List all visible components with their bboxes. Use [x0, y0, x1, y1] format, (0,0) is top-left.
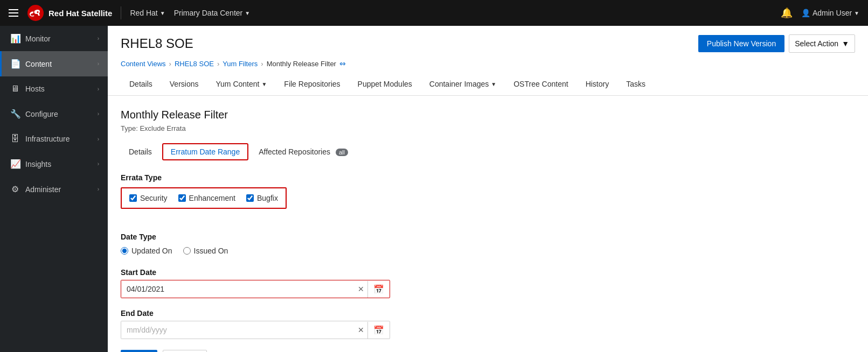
redhat-logo-icon — [27, 4, 44, 22]
sidebar-item-infrastructure[interactable]: 🗄 Infrastructure › — [0, 126, 108, 151]
filter-type: Type: Exclude Errata — [121, 124, 855, 132]
tab-puppet-modules[interactable]: Puppet Modules — [349, 74, 421, 95]
administer-icon: ⚙ — [10, 184, 20, 194]
breadcrumb-current: Monthly Release Filter — [267, 60, 336, 68]
publish-new-version-button[interactable]: Publish New Version — [698, 35, 784, 52]
sidebar-item-configure[interactable]: 🔧 Configure › — [0, 101, 108, 126]
user-icon: 👤 — [801, 9, 810, 17]
top-nav-right: 🔔 👤 Admin User ▼ — [781, 7, 859, 19]
radio-updated-on[interactable]: Updated On — [121, 247, 172, 255]
sub-tab-erratum-date-range[interactable]: Erratum Date Range — [162, 143, 248, 160]
checkbox-bugfix-input[interactable] — [246, 194, 254, 202]
chevron-right-icon: › — [98, 161, 99, 167]
checkbox-security[interactable]: Security — [129, 194, 168, 202]
notification-bell-icon[interactable]: 🔔 — [781, 7, 793, 19]
tab-ostree-content[interactable]: OSTree Content — [505, 74, 577, 95]
chevron-down-icon: ▼ — [842, 39, 849, 48]
tab-history[interactable]: History — [577, 74, 618, 95]
chevron-down-icon: ▼ — [491, 81, 496, 87]
sidebar: 📊 Monitor › 📄 Content › 🖥 Hosts › 🔧 Conf… — [0, 26, 108, 352]
configure-icon: 🔧 — [10, 109, 20, 119]
checkbox-bugfix[interactable]: Bugfix — [246, 194, 278, 202]
date-type-radio-group: Updated On Issued On — [121, 247, 855, 255]
chevron-down-icon: ▼ — [261, 81, 267, 87]
breadcrumb-rhel8-soe[interactable]: RHEL8 SOE — [175, 60, 214, 68]
logo-text: Red Hat Satellite — [48, 9, 112, 18]
tab-details[interactable]: Details — [121, 74, 161, 95]
chevron-down-icon: ▼ — [160, 10, 165, 16]
checkbox-enhancement-input[interactable] — [178, 194, 186, 202]
date-type-section: Date Type Updated On Issued On — [121, 233, 855, 255]
tab-file-repositories[interactable]: File Repositories — [275, 74, 349, 95]
main-layout: 📊 Monitor › 📄 Content › 🖥 Hosts › 🔧 Conf… — [0, 26, 868, 352]
errata-type-checkboxes: Security Enhancement Bugfix — [129, 194, 278, 202]
infrastructure-icon: 🗄 — [10, 134, 20, 144]
end-date-section: End Date ✕ 📅 — [121, 309, 855, 339]
breadcrumb-sep: › — [217, 60, 219, 68]
user-menu[interactable]: 👤 Admin User ▼ — [801, 9, 859, 17]
date-type-label: Date Type — [121, 233, 855, 241]
insights-icon: 📈 — [10, 159, 20, 169]
radio-issued-on-input[interactable] — [183, 247, 191, 255]
hosts-icon: 🖥 — [10, 84, 20, 94]
breadcrumb-sep: › — [169, 60, 171, 68]
tab-container-images[interactable]: Container Images ▼ — [421, 74, 505, 95]
page-header-top: RHEL8 SOE Publish New Version Select Act… — [121, 34, 855, 53]
breadcrumb-sep: › — [261, 60, 263, 68]
chevron-right-icon: › — [98, 86, 99, 92]
top-nav: Red Hat Satellite Red Hat ▼ Primary Data… — [0, 0, 868, 26]
radio-updated-on-input[interactable] — [121, 247, 128, 255]
logo: Red Hat Satellite — [27, 4, 112, 22]
end-date-input[interactable] — [121, 321, 355, 339]
tab-bar: Details Versions Yum Content ▼ File Repo… — [121, 74, 855, 95]
page-header: RHEL8 SOE Publish New Version Select Act… — [108, 26, 868, 96]
nav-divider — [121, 6, 121, 19]
end-date-clear-button[interactable]: ✕ — [355, 322, 367, 337]
chevron-right-icon: › — [98, 36, 99, 41]
save-button[interactable]: Save — [121, 350, 157, 352]
start-date-input-wrapper: ✕ 📅 — [121, 280, 390, 298]
sidebar-item-content[interactable]: 📄 Content › — [0, 51, 108, 76]
page-content: Monthly Release Filter Type: Exclude Err… — [108, 96, 868, 352]
start-date-calendar-button[interactable]: 📅 — [367, 281, 390, 298]
chevron-down-icon: ▼ — [854, 10, 859, 16]
sidebar-item-hosts[interactable]: 🖥 Hosts › — [0, 76, 108, 101]
sidebar-item-monitor[interactable]: 📊 Monitor › — [0, 26, 108, 51]
sub-tab-details[interactable]: Details — [121, 144, 160, 160]
form-actions: Save Cancel — [121, 350, 855, 352]
breadcrumb-content-views[interactable]: Content Views — [121, 60, 166, 68]
end-date-calendar-button[interactable]: 📅 — [367, 322, 390, 339]
checkbox-security-input[interactable] — [129, 194, 137, 202]
page-title: RHEL8 SOE — [121, 36, 193, 51]
end-date-input-wrapper: ✕ 📅 — [121, 321, 390, 339]
errata-type-section: Errata Type Security Enhancement — [121, 173, 855, 222]
breadcrumb-yum-filters[interactable]: Yum Filters — [223, 60, 258, 68]
nav-redhat[interactable]: Red Hat ▼ — [130, 9, 165, 17]
nav-datacenter[interactable]: Primary Data Center ▼ — [174, 9, 251, 17]
sub-tab-affected-repositories[interactable]: Affected Repositories all — [251, 144, 356, 160]
chevron-right-icon: › — [98, 111, 99, 117]
tab-yum-content[interactable]: Yum Content ▼ — [207, 74, 276, 95]
chevron-down-icon: ▼ — [245, 10, 250, 16]
start-date-input[interactable] — [121, 280, 355, 298]
page-header-actions: Publish New Version Select Action ▼ — [698, 34, 855, 53]
link-icon[interactable]: ⇔ — [339, 59, 346, 68]
tab-tasks[interactable]: Tasks — [617, 74, 654, 95]
cancel-button[interactable]: Cancel — [163, 350, 207, 352]
checkbox-enhancement[interactable]: Enhancement — [178, 194, 235, 202]
radio-issued-on[interactable]: Issued On — [183, 247, 228, 255]
breadcrumb: Content Views › RHEL8 SOE › Yum Filters … — [121, 59, 855, 68]
filter-title: Monthly Release Filter — [121, 109, 855, 121]
sidebar-item-administer[interactable]: ⚙ Administer › — [0, 177, 108, 202]
end-date-label: End Date — [121, 309, 855, 318]
errata-type-checkboxes-container: Security Enhancement Bugfix — [121, 187, 287, 209]
content-area: RHEL8 SOE Publish New Version Select Act… — [108, 26, 868, 352]
sidebar-item-insights[interactable]: 📈 Insights › — [0, 151, 108, 177]
start-date-section: Start Date ✕ 📅 — [121, 268, 855, 298]
monitor-icon: 📊 — [10, 33, 20, 44]
hamburger-menu[interactable] — [9, 9, 18, 17]
chevron-right-icon: › — [98, 186, 99, 192]
start-date-clear-button[interactable]: ✕ — [355, 281, 367, 297]
select-action-button[interactable]: Select Action ▼ — [789, 34, 855, 53]
tab-versions[interactable]: Versions — [161, 74, 207, 95]
